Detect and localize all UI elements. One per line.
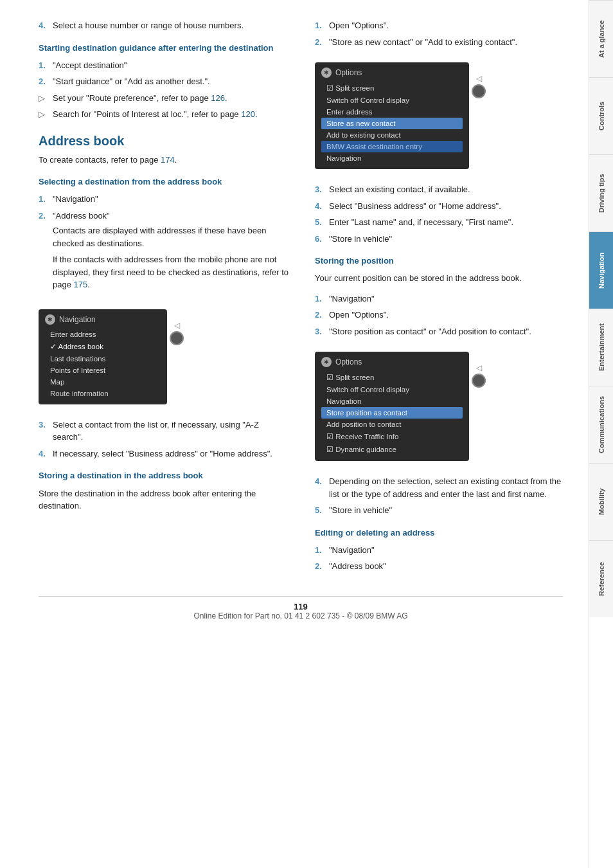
sidebar-tabs: At a glance Controls Driving tips Naviga… — [589, 0, 613, 868]
section2-item-4: 4. If necessary, select "Business addres… — [39, 448, 289, 460]
options1-control: ◁ — [472, 55, 486, 98]
section4-item-1: 1. "Navigation" — [315, 293, 563, 305]
nav-menu-points-of-interest: Points of Interest — [45, 365, 161, 376]
opt2-store-position: Store position as contact — [321, 407, 463, 419]
opt1-split-screen: ☑ Split screen — [321, 82, 463, 95]
page-footer: 119 Online Edition for Part no. 01 41 2 … — [39, 596, 563, 620]
section1-arrow-2: ▷ Search for "Points of Interest at loc.… — [39, 108, 289, 121]
nav-menu-address-book: ✓ Address book — [45, 340, 161, 353]
main-content: 4. Select a house number or range of hou… — [0, 0, 589, 868]
section2-heading: Selecting a destination from the address… — [39, 176, 289, 188]
sidebar-tab-driving-tips[interactable]: Driving tips — [589, 154, 613, 231]
opt2-dynamic-guidance: ☑ Dynamic guidance — [321, 443, 463, 456]
section1-item-2: 2. "Start guidance" or "Add as another d… — [39, 75, 289, 88]
link-175[interactable]: 175 — [74, 280, 88, 289]
intro-item-4: 4. Select a house number or range of hou… — [39, 19, 289, 32]
options-screenshot-2-container: ✱ Options ☑ Split screen Switch off Cont… — [315, 344, 563, 469]
options1-knob[interactable] — [472, 84, 486, 98]
sidebar-tab-communications[interactable]: Communications — [589, 386, 613, 463]
opt1-navigation: Navigation — [321, 152, 463, 164]
options-icon-2: ✱ — [321, 357, 332, 367]
opt1-bmw-assist: BMW Assist destination entry — [321, 141, 463, 152]
section5-item-1: 1. "Navigation" — [315, 544, 563, 557]
link-120[interactable]: 120 — [241, 109, 255, 119]
opt2-switch-off: Switch off Control display — [321, 384, 463, 395]
options1-arrow-icon: ◁ — [476, 74, 482, 83]
opt2-split-screen: ☑ Split screen — [321, 371, 463, 384]
nav-control: ◁ — [170, 302, 184, 345]
page-number: 119 — [39, 602, 563, 611]
item-4-text: Select a house number or range of house … — [53, 19, 289, 32]
nav-menu-route-info: Route information — [45, 388, 161, 399]
opt2-navigation: Navigation — [321, 395, 463, 407]
options2-arrow-icon: ◁ — [476, 363, 482, 372]
sidebar-tab-navigation[interactable]: Navigation — [589, 231, 613, 309]
options-label-1: Options — [335, 68, 362, 77]
page-container: 4. Select a house number or range of hou… — [0, 0, 613, 868]
options-screenshot-2: ✱ Options ☑ Split screen Switch off Cont… — [315, 352, 469, 461]
section4-item-2: 2. Open "Options". — [315, 309, 563, 321]
section2-item-1: 1. "Navigation" — [39, 193, 289, 206]
section1-heading: Starting destination guidance after ente… — [39, 42, 289, 54]
opt1-switch-off: Switch off Control display — [321, 95, 463, 106]
options-icon-1: ✱ — [321, 68, 332, 78]
section3-item-2: 2. "Store as new contact" or "Add to exi… — [315, 36, 563, 49]
sidebar-tab-mobility[interactable]: Mobility — [589, 463, 613, 540]
section2-item-2: 2. "Address book" Contacts are displayed… — [39, 210, 289, 295]
section2-item-3: 3. Select a contact from the list or, if… — [39, 419, 289, 444]
nav-arrow-left-icon: ◁ — [174, 321, 180, 330]
link-174[interactable]: 174 — [161, 155, 175, 165]
options-title-1: ✱ Options — [321, 68, 463, 78]
section5-heading: Editing or deleting an address — [315, 527, 563, 539]
options-screenshot-1: ✱ Options ☑ Split screen Switch off Cont… — [315, 62, 469, 169]
nav-screenshot-1-container: ✱ Navigation Enter address ✓ Address boo… — [39, 302, 289, 412]
sidebar-tab-controls[interactable]: Controls — [589, 77, 613, 154]
section3-item-1: 1. Open "Options". — [315, 19, 563, 32]
address-book-intro: To create contacts, refer to page 174. — [39, 154, 289, 167]
opt1-add-existing-contact: Add to existing contact — [321, 129, 463, 141]
section3-heading: Storing a destination in the address boo… — [39, 470, 289, 482]
section4-item-5: 5. "Store in vehicle" — [315, 504, 563, 517]
section2-item-2-text: "Address book" — [53, 210, 289, 222]
options-title-2: ✱ Options — [321, 357, 463, 367]
options-label-2: Options — [335, 357, 362, 366]
section3-intro: Store the destination in the address boo… — [39, 487, 289, 512]
nav-screenshot-1-titlebar: ✱ Navigation — [45, 314, 161, 325]
nav-icon: ✱ — [45, 314, 55, 325]
options2-knob[interactable] — [472, 374, 486, 388]
nav-screenshot-1: ✱ Navigation Enter address ✓ Address boo… — [39, 309, 167, 404]
nav-title: Navigation — [59, 315, 96, 324]
sidebar-tab-entertainment[interactable]: Entertainment — [589, 309, 613, 386]
opt1-enter-address: Enter address — [321, 106, 463, 118]
options2-control: ◁ — [472, 344, 486, 388]
section3-item-4: 4. Select "Business address" or "Home ad… — [315, 200, 563, 213]
footer-text: Online Edition for Part no. 01 41 2 602 … — [39, 611, 563, 620]
section4-heading: Storing the position — [315, 255, 563, 267]
section3-item-6: 6. "Store in vehicle" — [315, 233, 563, 246]
right-column: 1. Open "Options". 2. "Store as new cont… — [315, 19, 563, 577]
section3-item-3: 3. Select an existing contact, if availa… — [315, 183, 563, 196]
link-126[interactable]: 126 — [211, 93, 225, 103]
nav-menu-last-destinations: Last destinations — [45, 353, 161, 365]
sidebar-tab-at-a-glance[interactable]: At a glance — [589, 0, 613, 77]
opt1-store-new-contact: Store as new contact — [321, 118, 463, 129]
section4-intro: Your current position can be stored in t… — [315, 272, 563, 285]
nav-knob[interactable] — [170, 331, 184, 345]
section4-item-3: 3. "Store position as contact" or "Add p… — [315, 325, 563, 338]
left-column: 4. Select a house number or range of hou… — [39, 19, 289, 577]
two-col-layout: 4. Select a house number or range of hou… — [39, 19, 563, 577]
address-book-heading: Address book — [39, 134, 289, 149]
section1-arrow-1: ▷ Set your "Route preference", refer to … — [39, 92, 289, 105]
item-number-4: 4. — [39, 19, 53, 32]
options-screenshot-1-container: ✱ Options ☑ Split screen Switch off Cont… — [315, 55, 563, 177]
section2-sub-text-1: Contacts are displayed with addresses if… — [53, 224, 289, 249]
section1-item-1: 1. "Accept destination" — [39, 59, 289, 72]
section4-item-4: 4. Depending on the selection, select an… — [315, 475, 563, 500]
section5-item-2: 2. "Address book" — [315, 560, 563, 573]
opt2-add-position: Add position to contact — [321, 419, 463, 430]
opt2-receive-traffic: ☑ Receive Traffic Info — [321, 430, 463, 443]
section2-sub-text-2: If the contacts with addresses from the … — [53, 253, 289, 291]
sidebar-tab-reference[interactable]: Reference — [589, 540, 613, 617]
nav-menu-enter-address: Enter address — [45, 329, 161, 340]
section3-item-5: 5. Enter "Last name" and, if necessary, … — [315, 216, 563, 229]
